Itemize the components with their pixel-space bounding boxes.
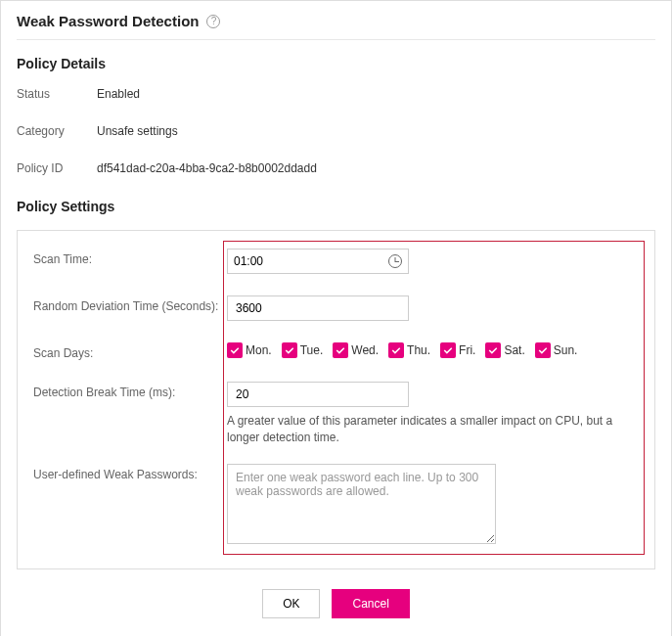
button-row: OK Cancel [17, 589, 655, 618]
break-time-row: Detection Break Time (ms): A greater val… [33, 382, 639, 446]
cancel-button[interactable]: Cancel [332, 589, 409, 618]
day-item-sat: Sat. [485, 342, 524, 358]
status-label: Status [17, 87, 97, 101]
checkbox-fri[interactable] [440, 342, 456, 358]
ok-button[interactable]: OK [262, 589, 320, 618]
scan-time-label: Scan Time: [33, 249, 227, 266]
weak-passwords-textarea[interactable] [227, 464, 496, 544]
status-row: Status Enabled [17, 87, 655, 101]
scan-time-input[interactable] [234, 250, 302, 272]
policy-id-label: Policy ID [17, 161, 97, 175]
day-item-tue: Tue. [282, 342, 324, 358]
checkbox-wed[interactable] [333, 342, 348, 358]
day-label-mon: Mon. [246, 343, 272, 357]
weak-passwords-label: User-defined Weak Passwords: [33, 464, 227, 481]
checkbox-tue[interactable] [282, 342, 297, 358]
weak-passwords-row: User-defined Weak Passwords: [33, 464, 639, 547]
random-deviation-label: Random Deviation Time (Seconds): [33, 295, 227, 313]
checkbox-sun[interactable] [535, 342, 551, 358]
day-label-sun: Sun. [554, 343, 578, 357]
day-label-tue: Tue. [300, 343, 324, 357]
scan-time-input-wrapper[interactable] [227, 249, 409, 274]
checkbox-thu[interactable] [388, 342, 404, 358]
page-title: Weak Password Detection [17, 13, 199, 29]
random-deviation-row: Random Deviation Time (Seconds): [33, 295, 639, 321]
settings-box: Scan Time: Random Deviation Time (Second… [17, 230, 655, 569]
day-item-fri: Fri. [440, 342, 475, 358]
category-value: Unsafe settings [97, 124, 178, 138]
scan-days-label: Scan Days: [33, 342, 227, 360]
scan-days-row: Scan Days: Mon. Tue. Wed. [33, 342, 639, 360]
break-time-label: Detection Break Time (ms): [33, 382, 227, 399]
status-value: Enabled [97, 87, 140, 101]
policy-details-heading: Policy Details [17, 56, 655, 71]
checkbox-mon[interactable] [227, 342, 243, 358]
day-item-thu: Thu. [388, 342, 430, 358]
day-label-fri: Fri. [459, 343, 475, 357]
category-label: Category [17, 124, 97, 138]
day-item-sun: Sun. [535, 342, 578, 358]
policy-settings-heading: Policy Settings [17, 199, 655, 214]
help-icon[interactable]: ? [206, 15, 220, 28]
checkbox-sat[interactable] [485, 342, 501, 358]
random-deviation-input[interactable] [227, 295, 409, 321]
day-item-mon: Mon. [227, 342, 272, 358]
break-time-hint: A greater value of this parameter indica… [227, 413, 639, 446]
day-label-wed: Wed. [351, 343, 379, 357]
policy-id-value: df541dad-c20a-4bba-9ca2-b8b0002ddadd [97, 161, 317, 175]
break-time-input[interactable] [227, 382, 409, 407]
panel-header: Weak Password Detection ? [17, 13, 655, 40]
clock-icon[interactable] [388, 254, 402, 268]
category-row: Category Unsafe settings [17, 124, 655, 138]
day-item-wed: Wed. [333, 342, 379, 358]
day-label-thu: Thu. [407, 343, 430, 357]
days-checkbox-group: Mon. Tue. Wed. Thu. [227, 342, 639, 358]
day-label-sat: Sat. [504, 343, 524, 357]
policy-panel: Weak Password Detection ? Policy Details… [0, 0, 672, 636]
scan-time-row: Scan Time: [33, 249, 639, 274]
policy-id-row: Policy ID df541dad-c20a-4bba-9ca2-b8b000… [17, 161, 655, 175]
